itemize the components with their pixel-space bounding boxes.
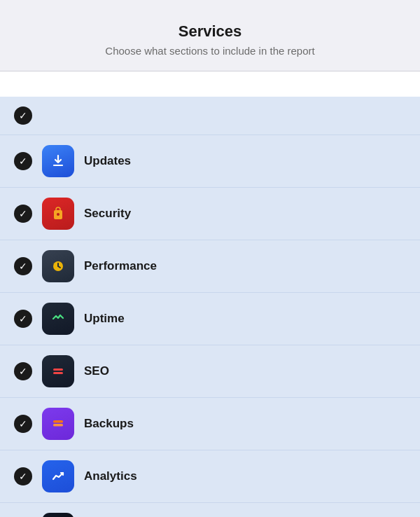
list-item: ✓ Analytics	[0, 450, 420, 503]
list-item: ✓ Updates	[0, 135, 420, 188]
backups-checkbox[interactable]: ✓	[14, 415, 32, 433]
billing-icon: $	[42, 513, 74, 517]
list-item: ✓ Uptime	[0, 293, 420, 345]
analytics-icon	[42, 460, 74, 492]
svg-rect-3	[53, 368, 63, 371]
check-icon: ✓	[19, 419, 27, 429]
security-label: Security	[84, 207, 131, 221]
backups-label: Backups	[84, 417, 134, 431]
seo-icon	[42, 355, 74, 387]
svg-rect-6	[53, 424, 63, 427]
page-title: Services	[14, 22, 406, 41]
list-item: ✓ Performance	[0, 240, 420, 293]
list-item: ✓ Backups	[0, 398, 420, 450]
updates-icon	[42, 145, 74, 177]
uptime-label: Uptime	[84, 312, 125, 326]
list-item: ✓ SEO	[0, 345, 420, 398]
check-icon: ✓	[19, 261, 27, 271]
list-item: ✓ Security	[0, 188, 420, 240]
svg-rect-5	[53, 420, 63, 423]
analytics-label: Analytics	[84, 469, 137, 483]
list-item: ✓ $ Client Billing	[0, 503, 420, 517]
performance-icon	[42, 250, 74, 282]
seo-label: SEO	[84, 364, 109, 378]
uptime-checkbox[interactable]: ✓	[14, 310, 32, 328]
check-icon: ✓	[19, 156, 27, 166]
svg-rect-4	[53, 372, 63, 374]
select-all-checkbox[interactable]: ✓	[14, 106, 32, 125]
updates-label: Updates	[84, 154, 131, 168]
svg-point-1	[57, 213, 59, 216]
check-icon: ✓	[19, 471, 27, 481]
security-checkbox[interactable]: ✓	[14, 205, 32, 223]
performance-label: Performance	[84, 259, 157, 273]
check-icon: ✓	[19, 209, 27, 219]
analytics-checkbox[interactable]: ✓	[14, 467, 32, 485]
performance-checkbox[interactable]: ✓	[14, 257, 32, 275]
services-list: ✓ ✓ Updates ✓ Security	[0, 97, 420, 517]
check-icon: ✓	[19, 314, 27, 324]
page-subtitle: Choose what sections to include in the r…	[14, 45, 406, 57]
white-bar	[0, 71, 420, 97]
updates-checkbox[interactable]: ✓	[14, 152, 32, 170]
check-icon: ✓	[19, 111, 27, 120]
security-icon	[42, 198, 74, 230]
list-item: ✓	[0, 97, 420, 135]
backups-icon	[42, 408, 74, 440]
uptime-icon	[42, 303, 74, 335]
check-icon: ✓	[19, 366, 27, 376]
header: Services Choose what sections to include…	[0, 0, 420, 97]
seo-checkbox[interactable]: ✓	[14, 362, 32, 380]
